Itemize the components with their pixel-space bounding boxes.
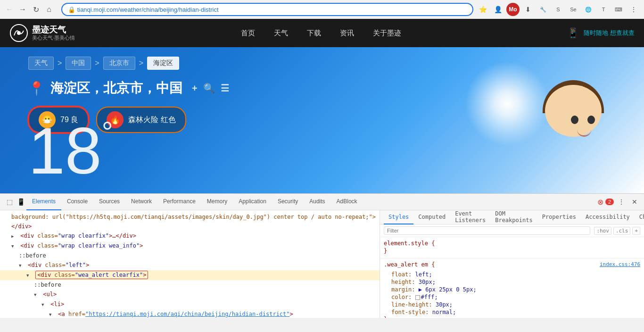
list-city-button[interactable]: ☰ (221, 83, 229, 94)
back-button[interactable]: ← (4, 4, 15, 15)
extension1-icon[interactable]: 🔧 (537, 3, 550, 16)
styles-tab-computed[interactable]: Computed (413, 210, 450, 224)
tab-performance[interactable]: Performance (157, 194, 201, 210)
prop-name-color: color: (391, 294, 412, 300)
temp-value: 18 (28, 114, 102, 188)
dom-triangle-5[interactable] (34, 290, 40, 299)
forward-button[interactable]: → (17, 4, 28, 15)
dom-line-ul[interactable]: <ul> (0, 290, 380, 299)
tab-elements[interactable]: Elements (26, 194, 61, 210)
dom-triangle-2[interactable] (11, 241, 17, 250)
tab-adblock[interactable]: AdBlock (331, 194, 363, 210)
dom-wea-alert-tag: <div class="wea_alert clearfix"> (35, 271, 148, 279)
dom-tag-wrap2: <div (20, 242, 37, 249)
extension5-icon[interactable]: T (597, 3, 610, 16)
nav-news[interactable]: 资讯 (340, 29, 354, 38)
dom-line-wrap-clearfix[interactable]: <div class="wrap clearfix">…</div> (0, 231, 380, 241)
dom-line-li[interactable]: <li> (0, 299, 380, 309)
dom-line-bg[interactable]: background: url("https://h5tq.moji.com/t… (0, 212, 380, 222)
prop-val-font-style: normal; (432, 309, 456, 315)
breadcrumb-sep2: > (95, 59, 99, 67)
tab-network[interactable]: Network (125, 194, 157, 210)
temp-degree: ° (102, 116, 113, 148)
dom-triangle-7[interactable] (49, 310, 55, 318)
prop-name-font-style: font-style: (391, 309, 429, 315)
tab-console[interactable]: Console (61, 194, 93, 210)
menu-button[interactable]: ⋮ (627, 3, 640, 16)
dom-line-wrap-wea-info[interactable]: <div class="wrap clearfix wea_info"> (0, 241, 380, 251)
dom-line-div-close[interactable]: </div> (0, 222, 380, 231)
dom-line-before1[interactable]: ::before (0, 251, 380, 260)
dom-line-before2[interactable]: ::before (0, 280, 380, 290)
download-icon[interactable]: ⬇ (521, 3, 535, 16)
url-text: tianqi.moji.com/weather/china/beijing/ha… (77, 6, 219, 13)
tab-security[interactable]: Security (272, 194, 304, 210)
dom-line-wea-alert[interactable]: <div class="wea_alert clearfix"> (0, 270, 380, 280)
style-prop-margin: margin: ▶ 6px 25px 0 5px; (384, 286, 640, 293)
extension2-icon[interactable]: S (552, 3, 565, 16)
breadcrumb-sep1: > (58, 59, 62, 67)
dom-line-left[interactable]: <div class="left"> (0, 260, 380, 270)
inspect-element-button[interactable]: ⬚ (4, 196, 15, 208)
dom-line-a[interactable]: <a href="https://tianqi.moji.com/aqi/chi… (0, 309, 380, 318)
dom-triangle-6[interactable] (41, 300, 47, 309)
extension6-icon[interactable]: ⌨ (612, 3, 625, 16)
color-swatch[interactable] (415, 295, 420, 300)
filter-hov[interactable]: :hov (594, 227, 611, 235)
styles-filter: :hov .cls + (380, 224, 644, 237)
extension3-icon[interactable]: Se (567, 3, 580, 16)
dom-triangle-3[interactable] (19, 261, 25, 270)
dom-triangle-4[interactable] (26, 271, 32, 280)
styles-tab-chropath[interactable]: ChroPath (635, 210, 644, 224)
styles-filter-input[interactable] (384, 226, 590, 235)
dom-before2: ::before (34, 282, 61, 288)
browser-chrome: ← → ↻ ⌂ 🔒 tianqi.moji.com/weather/china/… (0, 0, 644, 19)
tab-audits[interactable]: Audits (304, 194, 330, 210)
styles-tab-accessibility[interactable]: Accessibility (581, 210, 635, 224)
reload-button[interactable]: ↻ (30, 4, 41, 15)
add-city-button[interactable]: + (192, 83, 198, 94)
extension-red-icon[interactable]: Mo (506, 3, 520, 16)
dom-tag-alert: <div (37, 272, 54, 278)
device-toggle-button[interactable]: 📱 (15, 196, 26, 208)
style-rule-element: element.style { (384, 240, 640, 247)
styles-tab-properties[interactable]: Properties (537, 210, 581, 224)
home-button[interactable]: ⌂ (43, 4, 55, 15)
nav-home[interactable]: 首页 (241, 29, 255, 38)
logo-sub: 美心天气·墨美心情 (32, 35, 75, 41)
address-bar[interactable]: 🔒 tianqi.moji.com/weather/china/beijing/… (61, 3, 473, 16)
search-city-button[interactable]: 🔍 (203, 83, 215, 94)
prop-name-line-height: line-height: (391, 301, 432, 308)
prop-val-line-height: 30px; (436, 301, 453, 308)
tab-application[interactable]: Application (233, 194, 272, 210)
nav-about[interactable]: 关于墨迹 (373, 29, 401, 38)
nav-weather[interactable]: 天气 (274, 29, 288, 38)
nav-download[interactable]: 下载 (307, 29, 321, 38)
bookmark-icon[interactable]: ⭐ (476, 3, 489, 16)
styles-tab-event[interactable]: Event Listeners (450, 210, 490, 224)
tab-sources[interactable]: Sources (93, 194, 125, 210)
profile-icon[interactable]: 👤 (491, 3, 504, 16)
breadcrumb-weather[interactable]: 天气 (28, 57, 54, 70)
dom-attr-left: class= (45, 262, 65, 268)
prop-name-margin: margin: (391, 286, 415, 293)
style-file-link[interactable]: index.css:476 (600, 261, 640, 269)
style-prop-height: height: 30px; (384, 278, 640, 286)
devtools-close-button[interactable]: ✕ (629, 196, 640, 208)
city-actions: + 🔍 ☰ (192, 83, 229, 94)
filter-cls[interactable]: .cls (613, 227, 631, 235)
phone-icon: 📱 (567, 27, 579, 39)
extension4-icon[interactable]: 🌐 (582, 3, 595, 16)
styles-tab-dom-bp[interactable]: DOM Breakpoints (490, 210, 537, 224)
breadcrumb-china[interactable]: 中国 (66, 57, 91, 70)
dom-tag-ul: <ul> (43, 291, 57, 298)
breadcrumb-haidian[interactable]: 海淀区 (147, 57, 179, 70)
styles-tab-styles[interactable]: Styles (384, 210, 413, 224)
dom-triangle-1[interactable] (11, 232, 17, 241)
filter-add[interactable]: + (632, 227, 640, 235)
tab-memory[interactable]: Memory (201, 194, 233, 210)
prop-val-color: #fff; (415, 294, 438, 300)
breadcrumb-beijing[interactable]: 北京市 (103, 57, 135, 70)
dom-href-val[interactable]: "https://tianqi.moji.com/aqi/china/beiji… (85, 311, 289, 317)
devtools-more-button[interactable]: ⋮ (616, 196, 627, 208)
